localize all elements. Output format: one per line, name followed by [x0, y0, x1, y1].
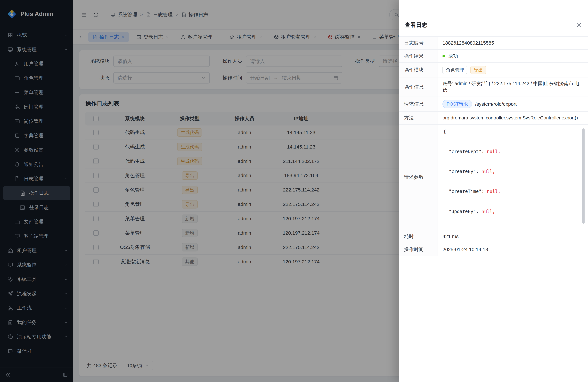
detail-row-duration: 耗时 421 ms: [399, 230, 588, 243]
module-tag: 角色管理: [442, 66, 467, 74]
duration-value: 421 ms: [438, 230, 588, 243]
method-value: org.dromara.system.controller.system.Sys…: [438, 112, 588, 124]
detail-row-params: 请求参数 { "createDept": null, "createBy": n…: [399, 125, 588, 230]
operation-time-value: 2025-01-24 10:14:13: [438, 243, 588, 256]
log-detail-table: 日志编号 1882612840802115585 操作结果 成功 操作模块 角色…: [399, 36, 588, 256]
detail-row-info: 操作信息 账号: admin / 研发部门 / 222.175.114.242 …: [399, 77, 588, 97]
app-root: Plus Admin 概览 系统管理 用户管理 角色管理: [0, 0, 588, 382]
post-method-tag: POST请求: [442, 100, 472, 108]
code-scrollbar[interactable]: [582, 128, 585, 224]
request-params-json[interactable]: { "createDept": null, "createBy": null, …: [440, 126, 586, 228]
detail-row-method: 方法 org.dromara.system.controller.system.…: [399, 112, 588, 125]
detail-row-log-id: 日志编号 1882612840802115585: [399, 37, 588, 50]
detail-row-request: 请求信息 POST请求 /system/role/export: [399, 97, 588, 112]
drawer-title: 查看日志: [405, 21, 427, 29]
log-id-value: 1882612840802115585: [438, 37, 588, 49]
close-icon[interactable]: [576, 22, 582, 28]
success-status-dot: [442, 55, 445, 57]
drawer-header: 查看日志: [399, 0, 588, 36]
drawer-view-log: 查看日志 日志编号 1882612840802115585 操作结果 成功 操作…: [399, 0, 588, 382]
detail-row-time: 操作时间 2025-01-24 10:14:13: [399, 243, 588, 256]
operation-info-value: 账号: admin / 研发部门 / 222.175.114.242 / 中国|…: [438, 77, 588, 97]
detail-row-result: 操作结果 成功: [399, 50, 588, 63]
detail-row-module: 操作模块 角色管理 导出: [399, 63, 588, 77]
result-value: 成功: [448, 53, 458, 60]
operation-type-tag: 导出: [470, 66, 486, 74]
request-url: /system/role/export: [475, 101, 517, 107]
